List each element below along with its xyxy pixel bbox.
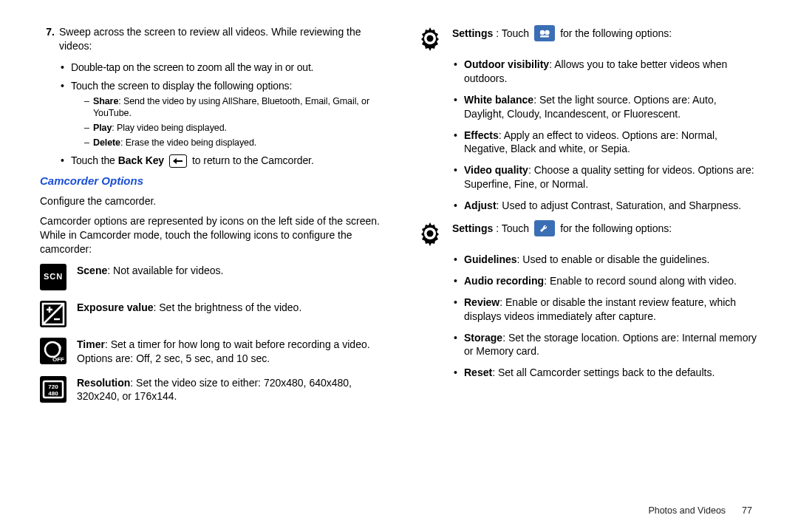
option-text: Timer: Set a timer for how long to wait … <box>77 338 381 366</box>
option-exposure: Exposure value: Set the brightness of th… <box>40 301 381 327</box>
option-desc: : Used to adjust Contrast, Saturation, a… <box>497 200 742 211</box>
option-name: Effects <box>464 129 499 141</box>
list-item: Share: Send the video by using AllShare,… <box>84 95 381 120</box>
settings-group-1: Settings: Touch for the following option… <box>417 25 758 52</box>
section-heading: Camcorder Options <box>40 174 381 188</box>
timer-icon: OFF <box>40 338 66 364</box>
list-item: Video quality: Choose a quality setting … <box>454 163 758 191</box>
text: for the following options: <box>560 222 672 236</box>
gear-icon <box>417 220 443 247</box>
list-item: Play: Play video being displayed. <box>84 122 381 134</box>
text: : Touch <box>496 222 529 236</box>
option-name: Timer <box>77 338 105 350</box>
svg-point-13 <box>540 30 545 35</box>
back-key-icon <box>169 154 187 168</box>
option-desc: : Send the video by using AllShare, Blue… <box>93 96 369 119</box>
option-desc: : Set the brightness of the video. <box>154 301 302 313</box>
svg-point-17 <box>427 231 434 237</box>
option-text: Scene: Not available for videos. <box>77 264 381 278</box>
columns: 7. Sweep across the screen to review all… <box>40 25 758 502</box>
exposure-value-icon <box>40 301 66 327</box>
right-column: Settings: Touch for the following option… <box>417 25 758 502</box>
option-text: Exposure value: Set the brightness of th… <box>77 301 381 315</box>
option-name: Audio recording <box>464 275 544 287</box>
list-item-text: Touch the screen to display the followin… <box>71 80 292 92</box>
option-name: Play <box>93 123 112 133</box>
text: : Touch <box>496 27 529 41</box>
option-resolution: 720480 Resolution: Set the video size to… <box>40 376 381 404</box>
option-desc: : Not available for videos. <box>107 265 223 276</box>
option-name: Video quality <box>464 164 528 176</box>
option-desc: : Set all Camcorder settings back to the… <box>492 366 715 378</box>
svg-text:720: 720 <box>48 383 58 390</box>
step-number: 7. <box>40 25 55 53</box>
option-desc: : Set the storage location. Options are:… <box>464 332 757 358</box>
option-name: Share <box>93 96 118 106</box>
option-text: Resolution: Set the video size to either… <box>77 376 381 404</box>
paragraph: Camcorder options are represented by ico… <box>40 214 381 256</box>
page-footer: Photos and Videos 77 <box>40 502 758 517</box>
option-name: Review <box>464 296 499 308</box>
list-item: Audio recording: Enable to record sound … <box>454 274 758 288</box>
option-desc: : Enable to record sound along with vide… <box>544 275 737 287</box>
option-name: Resolution <box>77 377 130 389</box>
option-name: Outdoor visibility <box>464 58 549 70</box>
option-name: White balance <box>464 94 533 106</box>
resolution-icon: 720480 <box>40 376 66 403</box>
option-timer: OFF Timer: Set a timer for how long to w… <box>40 338 381 366</box>
svg-text:480: 480 <box>48 390 58 397</box>
settings-line: Settings: Touch for the following option… <box>452 25 672 41</box>
settings-label: Settings <box>452 222 493 236</box>
list-item: Touch the screen to display the followin… <box>61 79 381 149</box>
option-name: Delete <box>93 137 120 148</box>
list-item: White balance: Set the light source. Opt… <box>454 93 758 121</box>
text: Touch the <box>71 154 115 168</box>
settings-line: Settings: Touch for the following option… <box>452 220 672 236</box>
paragraph: Configure the camcorder. <box>40 194 381 208</box>
text: to return to the Camcorder. <box>192 154 314 168</box>
wrench-settings-icon <box>534 220 555 236</box>
page: 7. Sweep across the screen to review all… <box>0 0 798 532</box>
list-item: Storage: Set the storage location. Optio… <box>454 331 758 359</box>
option-desc: : Apply an effect to videos. Options are… <box>464 129 717 155</box>
footer-section: Photos and Videos <box>648 505 726 517</box>
list-item: Double-tap on the screen to zoom all the… <box>61 61 381 75</box>
scene-icon: SCN <box>40 264 66 290</box>
options-list: Share: Send the video by using AllShare,… <box>71 95 381 150</box>
option-name: Guidelines <box>464 253 517 265</box>
list-item: Review: Enable or disable the instant re… <box>454 296 758 324</box>
settings-group-2: Settings: Touch for the following option… <box>417 220 758 247</box>
back-key-label: Back Key <box>118 154 164 168</box>
option-desc: : Enable or disable the instant review f… <box>464 296 736 322</box>
settings-options-1: Outdoor visibility: Allows you to take b… <box>454 58 758 213</box>
text: for the following options: <box>560 27 672 41</box>
list-item: Adjust: Used to adjust Contrast, Saturat… <box>454 199 758 213</box>
svg-line-1 <box>43 304 64 324</box>
left-column: 7. Sweep across the screen to review all… <box>40 25 381 502</box>
option-desc: : Play video being displayed. <box>112 123 227 133</box>
footer-page-number: 77 <box>742 505 752 517</box>
camcorder-settings-icon <box>534 25 555 41</box>
step-sublist: Double-tap on the screen to zoom all the… <box>40 61 381 168</box>
option-desc: : Set a timer for how long to wait befor… <box>77 338 370 364</box>
option-name: Scene <box>77 265 107 276</box>
option-desc: : Erase the video being displayed. <box>120 137 256 148</box>
list-item: Guidelines: Used to enable or disable th… <box>454 253 758 267</box>
svg-point-12 <box>427 35 434 42</box>
svg-point-14 <box>545 30 549 35</box>
step-7: 7. Sweep across the screen to review all… <box>40 25 381 53</box>
option-name: Storage <box>464 332 502 344</box>
settings-options-2: Guidelines: Used to enable or disable th… <box>454 253 758 380</box>
svg-text:OFF: OFF <box>52 356 64 363</box>
list-item: Touch the Back Key to return to the Camc… <box>61 154 381 168</box>
option-scene: SCN Scene: Not available for videos. <box>40 264 381 290</box>
svg-rect-15 <box>540 35 549 38</box>
option-name: Exposure value <box>77 301 154 313</box>
option-desc: : Used to enable or disable the guidelin… <box>517 253 710 265</box>
list-item: Effects: Apply an effect to videos. Opti… <box>454 129 758 157</box>
option-name: Reset <box>464 366 492 378</box>
list-item: Reset: Set all Camcorder settings back t… <box>454 366 758 380</box>
option-name: Adjust <box>464 200 497 211</box>
list-item: Delete: Erase the video being displayed. <box>84 137 381 149</box>
step-body: Sweep across the screen to review all vi… <box>59 25 381 53</box>
